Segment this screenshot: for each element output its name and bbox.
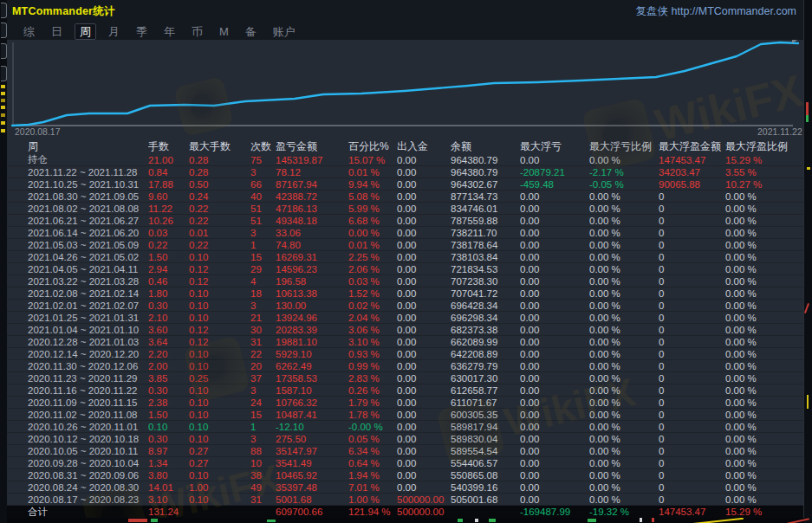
table-row[interactable]: 2020.11.23 ~ 2020.11.293.850.253717358.5… (7, 372, 803, 384)
cell: 0.00 % (589, 422, 659, 432)
cell: 0.10 (189, 470, 250, 481)
cell: 0.00 (397, 349, 451, 359)
table-row[interactable]: 2021.03.22 ~ 2021.03.280.460.124196.580.… (7, 275, 803, 287)
cell: 2.83 % (348, 373, 397, 384)
cell: 14.01 (148, 482, 189, 493)
title-bar[interactable]: MTCommander统计 复盘侠 http://MTCommander.com (7, 0, 803, 23)
table-row[interactable]: 2021.10.25 ~ 2021.10.3117.880.506687167.… (7, 178, 803, 190)
table-row[interactable]: 2021.02.08 ~ 2021.02.141.800.101810613.3… (7, 287, 803, 300)
table-row[interactable]: 2020.11.09 ~ 2020.11.152.380.102410766.3… (7, 397, 803, 409)
cell: 0.12 (189, 264, 250, 274)
table-row[interactable]: 2020.10.05 ~ 2020.10.118.970.278835147.9… (7, 445, 803, 457)
table-row[interactable]: 2020.11.16 ~ 2020.11.220.300.1031587.100… (7, 384, 803, 397)
table-row[interactable]: 2021.08.30 ~ 2021.09.059.600.244042388.7… (7, 190, 803, 203)
cell: 0 (659, 373, 725, 384)
background-marker (1, 129, 5, 132)
cell: 0.00 % (589, 458, 659, 468)
menu-item-账户[interactable]: 账户 (269, 24, 300, 39)
cell: 0.00 (520, 458, 589, 468)
table-row[interactable]: 2021.04.26 ~ 2021.05.021.500.101516269.3… (7, 251, 803, 263)
cell: 0.00 (520, 240, 589, 250)
cell: 0.00 (397, 155, 451, 165)
menu-item-周[interactable]: 周 (75, 23, 96, 40)
cell: 6.68 % (348, 216, 397, 226)
table-row[interactable]: 2021.01.25 ~ 2021.01.312.100.102113924.9… (7, 312, 803, 324)
menu-item-综[interactable]: 综 (19, 24, 39, 39)
cell: 0.10 (189, 349, 250, 359)
table-row[interactable]: 2020.12.14 ~ 2020.12.202.200.10225929.10… (7, 348, 803, 360)
cell: 3 (250, 434, 276, 444)
cell: 589817.94 (451, 422, 520, 432)
cell: 964380.79 (451, 167, 520, 178)
column-header: 盈亏金额 (276, 139, 348, 154)
background-marker (692, 518, 744, 523)
cell: 0.00 % (589, 276, 659, 287)
table-row[interactable]: 2021.04.05 ~ 2021.04.112.940.122914596.2… (7, 263, 803, 275)
menu-item-备[interactable]: 备 (241, 24, 261, 39)
cell: 5001.68 (276, 494, 348, 505)
cell: 612658.77 (451, 385, 520, 396)
cell: 0.22 (189, 216, 250, 226)
table-row[interactable]: 2020.10.12 ~ 2020.10.180.300.103275.500.… (7, 433, 803, 445)
cell: 0.00 % (589, 216, 659, 226)
cell: 0.00 % (589, 300, 659, 311)
brand-link[interactable]: 复盘侠 http://MTCommander.com (636, 4, 796, 19)
menu-item-M[interactable]: M (215, 24, 233, 39)
total-row[interactable]: 合计131.24609700.66121.94 %500000.00-16948… (7, 506, 803, 518)
table-row[interactable]: 2021.06.14 ~ 2021.06.200.030.01333.060.0… (7, 227, 803, 239)
cell: 0.00 (520, 300, 589, 311)
column-header: 百分比% (348, 139, 397, 154)
cell: 49348.18 (276, 216, 348, 226)
cell: 2020.08.24 ~ 2020.08.30 (28, 482, 148, 493)
cell: 505001.68 (451, 494, 520, 505)
cell: 0.00 % (589, 155, 659, 165)
cell: 0.00 (397, 470, 451, 481)
table-row[interactable]: 2021.11.22 ~ 2021.11.280.840.28378.120.0… (7, 166, 803, 178)
cell: -19.32 % (589, 507, 659, 517)
cell: 0.00 % (725, 458, 803, 468)
menu-item-年[interactable]: 年 (159, 24, 179, 39)
table-row[interactable]: 2021.02.01 ~ 2021.02.070.300.103130.000.… (7, 300, 803, 312)
table-row[interactable]: 2020.08.17 ~ 2020.08.233.100.10315001.68… (7, 494, 803, 506)
cell: 0.00 % (725, 446, 803, 456)
table-row[interactable]: 持仓21.000.2875145319.8715.07 %0.00964380.… (7, 154, 803, 166)
background-marker (640, 518, 642, 522)
cell: 0.46 (148, 276, 189, 287)
cell: 3.60 (148, 325, 189, 335)
background-window-bottom-edge (7, 518, 804, 523)
cell: 18 (250, 288, 276, 299)
window-title: MTCommander统计 (12, 4, 115, 19)
table-row[interactable]: 2020.11.02 ~ 2020.11.081.500.101510487.4… (7, 409, 803, 421)
table-row[interactable]: 2021.01.04 ~ 2021.01.103.600.123020283.3… (7, 324, 803, 336)
table-row[interactable]: 2020.10.26 ~ 2020.11.010.100.101-12.10-0… (7, 421, 803, 433)
menu-item-季[interactable]: 季 (132, 24, 152, 39)
resize-grip-icon[interactable] (792, 40, 802, 43)
table-row[interactable]: 2020.08.24 ~ 2020.08.3014.011.004935397.… (7, 481, 803, 494)
menu-item-月[interactable]: 月 (104, 24, 124, 39)
cell: 0.00 % (589, 470, 659, 481)
table-row[interactable]: 2021.06.21 ~ 2021.06.2710.260.225149348.… (7, 215, 803, 227)
table-row[interactable]: 2020.08.31 ~ 2020.09.063.800.103810465.9… (7, 469, 803, 481)
cell: 0.22 (189, 203, 250, 214)
table-row[interactable]: 2021.08.02 ~ 2021.08.0811.220.225147186.… (7, 203, 803, 215)
cell: 33.06 (276, 228, 348, 238)
cell: 0.00 (520, 373, 589, 384)
cell: 787559.88 (451, 216, 520, 226)
table-row[interactable]: 2020.12.28 ~ 2021.01.033.640.123119881.1… (7, 336, 803, 348)
cell: 1.00 % (348, 494, 397, 505)
cell: 0.93 % (348, 349, 397, 359)
cell: 696298.34 (451, 313, 520, 323)
cell: 0.00 (520, 349, 589, 359)
cell: 500000.00 (397, 507, 451, 517)
cell: 0.00 % (725, 373, 803, 384)
cell: 35397.48 (276, 482, 348, 493)
table-row[interactable]: 2020.11.30 ~ 2020.12.062.000.10206262.49… (7, 360, 803, 372)
balance-chart[interactable]: 2020.08.17 2021.11.22 (7, 40, 803, 139)
cell: 0.00 % (725, 470, 803, 481)
table-row[interactable]: 2020.09.28 ~ 2020.10.041.340.27103541.49… (7, 457, 803, 469)
menu-item-日[interactable]: 日 (47, 24, 67, 39)
cell: 13924.96 (276, 313, 348, 323)
menu-item-币[interactable]: 币 (187, 24, 207, 39)
background-window-button (1, 66, 7, 81)
table-row[interactable]: 2021.05.03 ~ 2021.05.090.220.22174.800.0… (7, 239, 803, 251)
